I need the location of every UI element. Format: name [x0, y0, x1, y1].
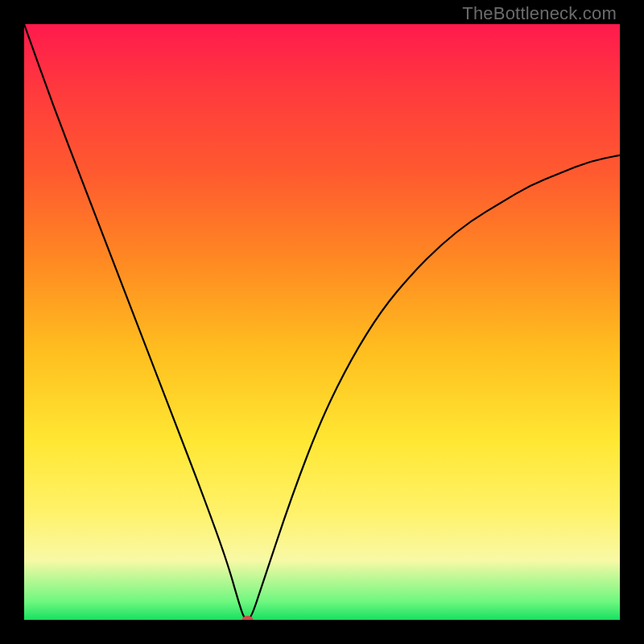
curve-svg	[24, 24, 620, 620]
chart-frame: TheBottleneck.com	[0, 0, 644, 644]
plot-area	[24, 24, 620, 620]
bottleneck-curve	[24, 24, 620, 620]
watermark-text: TheBottleneck.com	[462, 3, 617, 24]
